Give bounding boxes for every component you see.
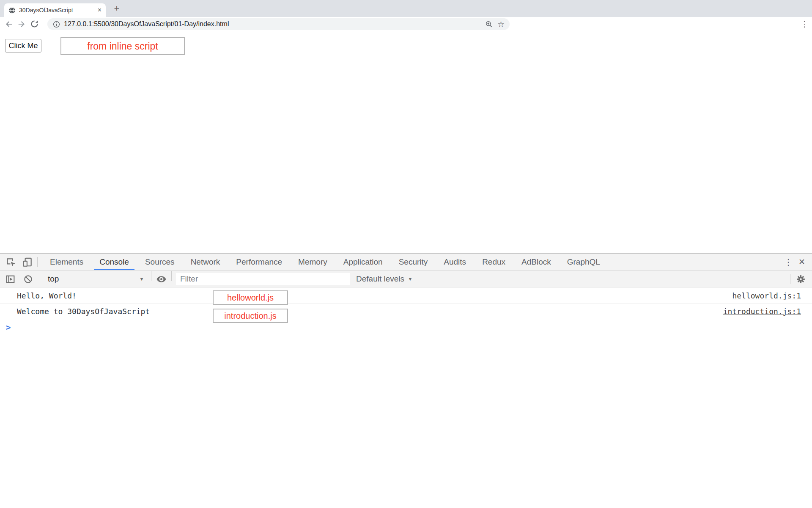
device-toolbar-icon[interactable]: [22, 257, 33, 268]
message-annotation-badge: helloworld.js: [213, 290, 288, 305]
log-levels-caret-icon: ▼: [408, 276, 413, 282]
new-tab-button[interactable]: +: [111, 3, 123, 14]
tab-redux[interactable]: Redux: [474, 254, 513, 270]
tab-elements[interactable]: Elements: [42, 254, 91, 270]
context-selector[interactable]: top ▼: [45, 274, 147, 284]
tab-console[interactable]: Console: [91, 254, 137, 270]
clear-console-icon[interactable]: [23, 274, 33, 284]
reload-icon[interactable]: [28, 18, 41, 30]
tab-security[interactable]: Security: [391, 254, 436, 270]
devtools-close-icon[interactable]: ✕: [798, 257, 805, 267]
browser-toolbar: 127.0.0.1:5500/30DaysOfJavaScript/01-Day…: [0, 17, 812, 31]
inline-script-annotation: from inline script: [60, 37, 185, 55]
console-message-row: Welcome to 30DaysOfJavaScript introducti…: [0, 304, 812, 319]
live-expression-eye-icon[interactable]: [156, 273, 167, 285]
favicon-globe-icon: [8, 7, 16, 14]
back-icon[interactable]: [3, 18, 15, 30]
click-me-button[interactable]: Click Me: [5, 39, 41, 52]
context-caret-icon: ▼: [139, 276, 144, 282]
context-label: top: [48, 274, 59, 284]
devtools-menu-icon[interactable]: ⋮: [784, 257, 793, 267]
devtools-panel: Elements Console Sources Network Perform…: [0, 253, 812, 508]
tab-performance[interactable]: Performance: [228, 254, 290, 270]
tab-network[interactable]: Network: [183, 254, 228, 270]
filter-input[interactable]: [176, 273, 350, 285]
console-sidebar-icon[interactable]: [5, 274, 16, 284]
browser-window: 30DaysOfJavaScript × + 127.0.0.1:5500/30…: [0, 0, 812, 508]
source-link[interactable]: helloworld.js:1: [732, 291, 801, 300]
devtools-tabbar: Elements Console Sources Network Perform…: [0, 254, 812, 271]
tab-audits[interactable]: Audits: [436, 254, 474, 270]
console-settings-gear-icon[interactable]: [796, 274, 806, 284]
console-log-area[interactable]: Hello, World! helloworld.js helloworld.j…: [0, 288, 812, 508]
console-message-text: Hello, World!: [0, 291, 77, 300]
omnibox[interactable]: 127.0.0.1:5500/30DaysOfJavaScript/01-Day…: [47, 18, 510, 30]
log-levels-dropdown[interactable]: Default levels ▼: [356, 274, 413, 284]
source-link[interactable]: introduction.js:1: [723, 307, 801, 316]
site-info-icon[interactable]: [52, 20, 60, 28]
tab-memory[interactable]: Memory: [290, 254, 335, 270]
browser-tab[interactable]: 30DaysOfJavaScript ×: [4, 3, 106, 17]
tab-graphql[interactable]: GraphQL: [559, 254, 608, 270]
message-annotation-badge: introduction.js: [213, 309, 288, 323]
tab-adblock[interactable]: AdBlock: [513, 254, 559, 270]
inspect-element-icon[interactable]: [5, 257, 16, 268]
console-toolbar: top ▼ Default levels ▼: [0, 271, 812, 287]
page-viewport: Click Me from inline script: [0, 31, 812, 253]
tab-close-icon[interactable]: ×: [98, 7, 102, 14]
console-prompt-chevron[interactable]: >: [0, 319, 812, 335]
console-message-row: Hello, World! helloworld.js helloworld.j…: [0, 288, 812, 304]
tab-strip: 30DaysOfJavaScript × +: [0, 0, 812, 17]
log-levels-label: Default levels: [356, 274, 404, 284]
bookmark-star-icon[interactable]: ☆: [497, 19, 505, 29]
zoom-icon[interactable]: [485, 20, 493, 28]
chrome-menu-icon[interactable]: ⋮: [801, 17, 809, 31]
forward-icon[interactable]: [15, 18, 28, 30]
tab-sources[interactable]: Sources: [137, 254, 183, 270]
tab-application[interactable]: Application: [335, 254, 391, 270]
console-message-text: Welcome to 30DaysOfJavaScript: [0, 307, 150, 316]
url-text[interactable]: 127.0.0.1:5500/30DaysOfJavaScript/01-Day…: [64, 20, 485, 28]
tab-title: 30DaysOfJavaScript: [19, 7, 94, 14]
